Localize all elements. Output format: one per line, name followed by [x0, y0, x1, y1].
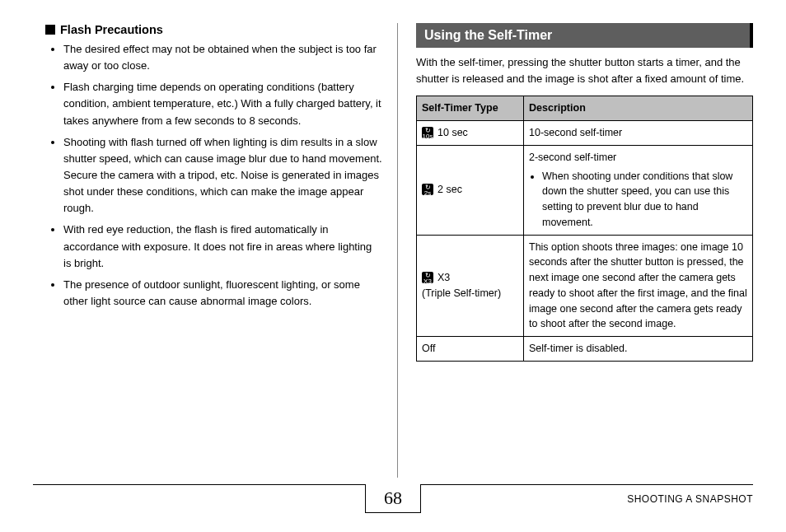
- desc-lead: 2-second self-timer: [529, 152, 616, 163]
- desc-cell: 10-second self-timer: [524, 121, 753, 146]
- page-content: Flash Precautions The desired effect may…: [0, 0, 786, 478]
- timer-icon: 2s: [422, 184, 433, 195]
- type-label: X3: [437, 272, 450, 283]
- flash-precautions-heading: Flash Precautions: [45, 23, 382, 36]
- right-column: Using the Self-Timer With the self-timer…: [397, 23, 753, 478]
- type-sub: (Triple Self-timer): [422, 287, 501, 299]
- page-number: 68: [365, 484, 421, 513]
- type-cell: 2s2 sec: [417, 145, 524, 235]
- square-bullet-icon: [45, 25, 55, 35]
- col-header-type: Self-Timer Type: [417, 96, 524, 121]
- desc-cell: Self-timer is disabled.: [524, 337, 753, 362]
- section-title-bar: Using the Self-Timer: [416, 23, 753, 48]
- desc-cell: This option shoots three images: one ima…: [524, 235, 753, 337]
- type-cell: Off: [417, 337, 524, 362]
- list-item: With red eye reduction, the flash is fir…: [63, 222, 382, 271]
- heading-text: Flash Precautions: [60, 23, 163, 36]
- self-timer-table: Self-Timer Type Description 10s10 sec 10…: [416, 96, 753, 362]
- footer-section-label: SHOOTING A SNAPSHOT: [627, 485, 753, 505]
- type-cell: X3X3 (Triple Self-timer): [417, 235, 524, 337]
- table-row: Off Self-timer is disabled.: [417, 337, 753, 362]
- list-item: Shooting with flash turned off when ligh…: [63, 134, 382, 217]
- left-column: Flash Precautions The desired effect may…: [45, 23, 397, 478]
- type-label: 10 sec: [437, 127, 468, 138]
- list-item: When shooting under conditions that slow…: [542, 169, 747, 231]
- precautions-list: The desired effect may not be obtained w…: [45, 41, 382, 310]
- col-header-desc: Description: [524, 96, 753, 121]
- type-cell: 10s10 sec: [417, 121, 524, 146]
- page-footer: 68 SHOOTING A SNAPSHOT: [33, 484, 753, 520]
- table-row: 10s10 sec 10-second self-timer: [417, 121, 753, 146]
- type-label: 2 sec: [437, 184, 462, 195]
- desc-cell: 2-second self-timer When shooting under …: [524, 145, 753, 235]
- list-item: The desired effect may not be obtained w…: [63, 41, 382, 74]
- table-row: 2s2 sec 2-second self-timer When shootin…: [417, 145, 753, 235]
- timer-icon: 10s: [422, 127, 433, 138]
- list-item: The presence of outdoor sunlight, fluore…: [63, 277, 382, 310]
- timer-icon: X3: [422, 272, 433, 283]
- list-item: Flash charging time depends on operating…: [63, 79, 382, 128]
- table-header-row: Self-Timer Type Description: [417, 96, 753, 121]
- table-row: X3X3 (Triple Self-timer) This option sho…: [417, 235, 753, 337]
- desc-sublist: When shooting under conditions that slow…: [529, 169, 747, 231]
- intro-text: With the self-timer, pressing the shutte…: [416, 54, 753, 87]
